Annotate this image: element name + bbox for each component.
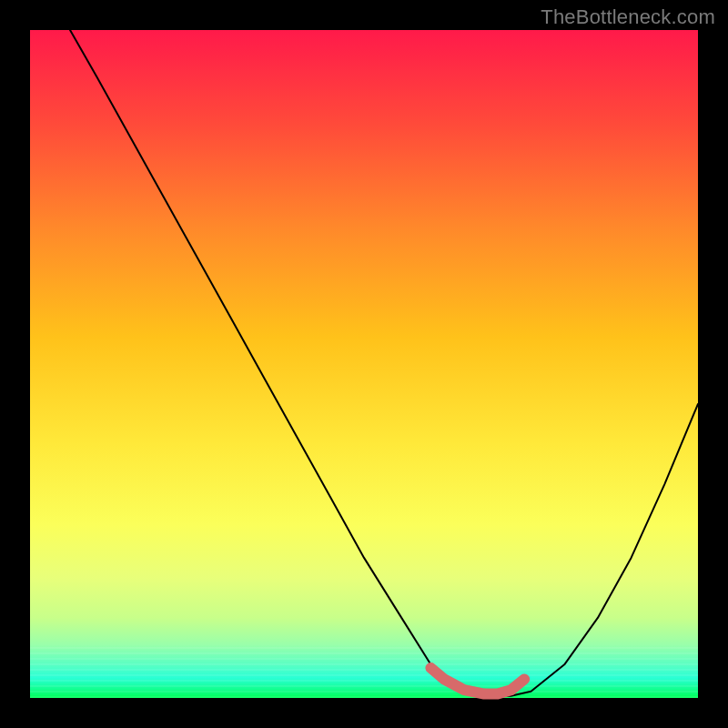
optimal-range-overlay (430, 668, 524, 694)
chart-svg (30, 30, 698, 698)
chart-frame: TheBottleneck.com (0, 0, 728, 728)
watermark-text: TheBottleneck.com (541, 5, 715, 29)
bottleneck-curve (70, 30, 698, 696)
